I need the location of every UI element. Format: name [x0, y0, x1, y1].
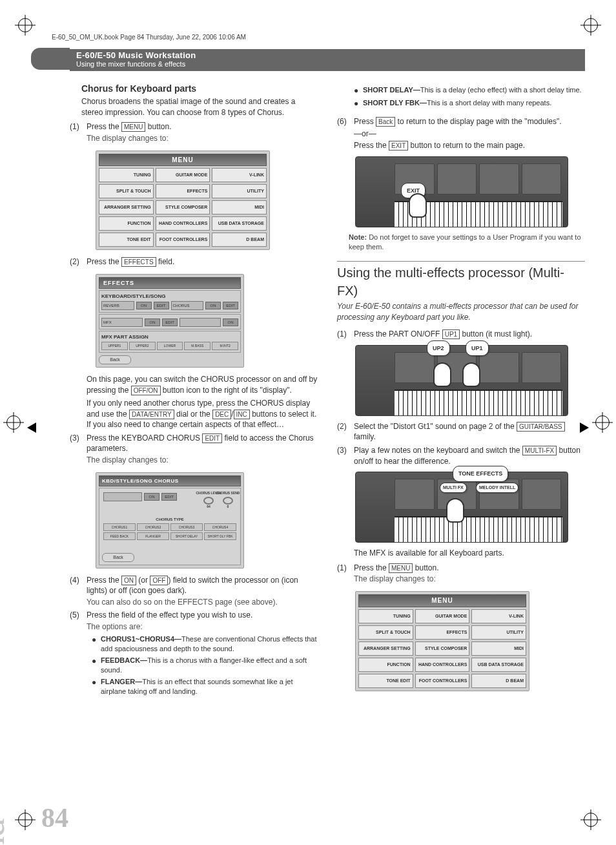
- edit-label: EDIT: [202, 433, 222, 443]
- menu-cell: V-LINK: [471, 609, 526, 623]
- chorus-type-button: CHORUS1: [103, 523, 136, 531]
- bullet-label: SHORT DELAY—: [363, 86, 420, 94]
- note-text: Note: Do not forget to save your setting…: [349, 233, 585, 252]
- step-subtext: The display changes to:: [354, 574, 585, 585]
- on-btn: ON: [223, 318, 238, 326]
- registration-mark: [595, 415, 610, 430]
- finger-icon: [462, 362, 480, 387]
- chorus-type-button: SHORT DELAY: [170, 532, 203, 540]
- back-label: Back: [376, 117, 395, 127]
- step-text: (or: [136, 576, 150, 585]
- menu-screenshot: MENU TUNINGGUITAR MODEV-LINKSPLIT & TOUC…: [96, 151, 270, 251]
- menu-cell: UTILITY: [212, 184, 267, 198]
- right-column: ●SHORT DELAY—This is a delay (echo effec…: [337, 83, 585, 700]
- on-btn: ON: [145, 318, 160, 326]
- chorus-type-label: CHORUS TYPE: [103, 517, 236, 522]
- chorus-type-button: CHORUS3: [170, 523, 203, 531]
- finger-icon: [446, 498, 464, 523]
- dbass-box: [180, 318, 221, 327]
- assign-cell: M.INT2: [212, 342, 238, 350]
- step-text: button.: [413, 563, 438, 572]
- menu-cell: FUNCTION: [99, 216, 154, 231]
- step-text: Press the KEYBOARD CHORUS: [87, 433, 202, 443]
- assign-cell: UPPER2: [129, 342, 156, 350]
- step-text: Press the: [87, 257, 121, 266]
- bullet-body: This is a short delay with many repeats.: [427, 99, 551, 107]
- header-tab: [31, 48, 70, 70]
- menu-cell: FOOT CONTROLLERS: [156, 233, 210, 247]
- chorus-type-button: FEED BACK: [103, 532, 136, 540]
- step-number: (3): [337, 445, 354, 466]
- note-body: Do not forget to save your settings to a…: [349, 233, 581, 251]
- menu-cell: USB DATA STORAGE: [471, 658, 526, 672]
- chorus-send-knob: CHORUS SEND 0: [221, 491, 235, 509]
- offon-button-label: OFF/ON: [131, 386, 161, 395]
- step-text: button (it must light).: [460, 329, 532, 339]
- step-number: (3): [70, 433, 87, 466]
- chorus-box: CHORUS: [171, 301, 204, 310]
- step-6: (6) Press Back to return to the display …: [337, 116, 585, 151]
- or-divider: —or—: [354, 129, 585, 140]
- step-number: (1): [337, 563, 354, 585]
- menu-cell: TUNING: [358, 609, 413, 623]
- crop-arrow-left: [27, 422, 36, 433]
- step-subtext: You can also do so on the EFFECTS page (…: [87, 597, 318, 608]
- edit-btn: EDIT: [223, 302, 238, 309]
- registration-mark: [6, 415, 21, 430]
- menu-cell: EFFECTS: [156, 184, 210, 198]
- step-number: (2): [337, 421, 354, 443]
- mfx-assign-title: MFX PART ASSIGN: [101, 333, 238, 340]
- mfx-step-3: (3) Play a few notes on the keyboard and…: [337, 445, 585, 466]
- section-heading: Using the multi-effects processor (Multi…: [337, 264, 585, 300]
- menu-cell: FOOT CONTROLLERS: [415, 674, 470, 688]
- menu-cell: ARRANGER SETTING: [99, 200, 154, 214]
- bullet-label: FEEDBACK—: [101, 656, 147, 664]
- on-btn: ON: [144, 493, 159, 501]
- menu-cell: FUNCTION: [358, 658, 413, 672]
- chorus-type-button: FLANGER: [137, 532, 169, 540]
- bullet-body: This is a delay (echo effect) with a sho…: [420, 86, 582, 94]
- menu-screenshot-2: MENU TUNINGGUITAR MODEV-LINKSPLIT & TOUC…: [355, 591, 529, 691]
- effects-section: KEYBOARD/STYLE/SONG: [101, 293, 238, 300]
- menu-cell: TONE EDIT: [99, 233, 154, 247]
- step-subtext: The options are:: [87, 621, 318, 632]
- step-text: Press the field of the effect type you w…: [87, 610, 252, 620]
- mfx-step-1: (1) Press the PART ON/OFF UP1 button (it…: [337, 329, 585, 340]
- step-text: family.: [354, 432, 376, 441]
- step-number: (4): [70, 575, 87, 608]
- on-btn: ON: [136, 302, 152, 309]
- menu-cell: GUITAR MODE: [415, 609, 470, 623]
- step-subtext: The display changes to:: [87, 133, 318, 144]
- mfx-box: MFX: [101, 318, 143, 327]
- bullet-icon: ●: [92, 634, 101, 654]
- menu-cell: D BEAM: [471, 674, 526, 688]
- subsection-heading: Chorus for Keyboard parts: [81, 83, 318, 95]
- menu-cell: UTILITY: [471, 625, 526, 640]
- page-header: E-60/E-50 Music Workstation Using the mi…: [70, 49, 585, 71]
- step-text: Press the: [87, 576, 121, 585]
- mfx-step-menu: (1) Press the MENU button. The display c…: [337, 563, 585, 585]
- dataentry-label: DATA/ENTRY: [129, 410, 174, 419]
- back-button: Back: [99, 355, 131, 364]
- back-button: Back: [102, 553, 134, 562]
- up2-callout: UP2: [427, 340, 450, 356]
- left-column: Chorus for Keyboard parts Chorus broaden…: [70, 83, 318, 700]
- multifx-button-callout: MULTI FX: [440, 483, 467, 493]
- edit-btn: EDIT: [154, 302, 169, 309]
- bullet-label: FLANGER—: [101, 678, 142, 685]
- registration-mark: [584, 813, 598, 827]
- menu-cell: V-LINK: [212, 168, 267, 182]
- step-text: dial or the: [174, 410, 212, 419]
- chorus-type-button: SHORT DLY FBK: [204, 532, 236, 540]
- intro-paragraph: Chorus broadens the spatial image of the…: [81, 96, 318, 118]
- step-text: Press the PART ON/OFF: [354, 329, 442, 339]
- off-label: OFF: [150, 576, 168, 585]
- step-text: Press the: [354, 563, 389, 572]
- note-label: Note:: [349, 233, 369, 241]
- step-number: (1): [70, 121, 87, 143]
- step-2: (2) Press the EFFECTS field.: [70, 256, 318, 267]
- step-5: (5) Press the field of the effect type y…: [70, 610, 318, 698]
- on-btn: ON: [205, 302, 221, 309]
- assign-cell: M.BASS: [184, 342, 210, 350]
- keyboard-illustration-tonefx: TONE EFFECTS MULTI FX MELODY INTELL: [355, 472, 568, 543]
